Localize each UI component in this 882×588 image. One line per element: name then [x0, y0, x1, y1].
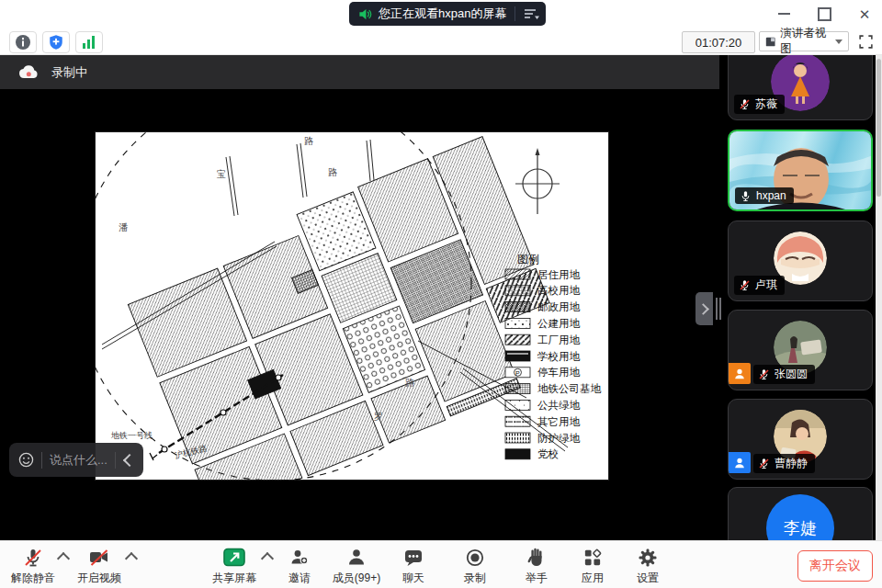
participant-tile-hxpan[interactable]: hxpan [728, 130, 873, 211]
svg-text:地铁公司基地: 地铁公司基地 [537, 383, 602, 394]
svg-text:罗: 罗 [374, 412, 383, 422]
participant-name: 苏薇 [755, 96, 777, 112]
scrollbar-thumb[interactable] [876, 59, 881, 197]
svg-text:邮政用地: 邮政用地 [537, 301, 581, 312]
svg-text:宝: 宝 [217, 169, 226, 179]
participant-tile-lijie[interactable]: 李婕 [728, 487, 873, 540]
chat-divider2 [115, 452, 116, 469]
watching-title: 您正在观看hxpan的屏幕 [379, 6, 506, 22]
chat-divider [41, 452, 42, 469]
parking-symbol: P [515, 370, 520, 377]
fullscreen-button[interactable] [854, 30, 876, 52]
participant-tile-suwei[interactable]: 苏薇 [728, 55, 873, 120]
role-badge-orange [729, 363, 751, 384]
participant-nameplate: 卢琪 [734, 276, 785, 295]
close-button[interactable]: ✕ [854, 4, 875, 24]
shield-plus-icon [48, 34, 64, 51]
participant-nameplate: 曹静静 [753, 454, 815, 473]
info-icon [15, 34, 31, 51]
record-button[interactable]: 录制 [442, 546, 508, 586]
record-label: 录制 [464, 571, 486, 586]
share-screen-label: 共享屏幕 [212, 571, 256, 586]
recording-banner: 录制中 [0, 55, 719, 89]
svg-text:公共绿地: 公共绿地 [537, 400, 581, 411]
speaker-icon [358, 7, 372, 21]
layout-sort-icon[interactable] [524, 6, 540, 21]
mic-on-icon [740, 190, 752, 202]
maximize-icon [818, 7, 831, 21]
participant-name: hxpan [756, 189, 786, 202]
participant-tile-zhangyuanyuan[interactable]: 张圆圆 [728, 310, 873, 390]
svg-text:居住用地: 居住用地 [537, 269, 581, 280]
svg-text:路: 路 [304, 136, 313, 146]
participant-nameplate: hxpan [735, 187, 794, 204]
sidebar-grip-line[interactable] [716, 298, 718, 320]
minimize-icon [778, 13, 790, 15]
meeting-info-button[interactable] [9, 31, 37, 53]
chat-button[interactable]: 聊天 [380, 546, 447, 586]
invite-label: 邀请 [288, 571, 311, 586]
urban-planning-map: 地铁一号线 沪杭铁路 潘 宝 路 路 罗 路 图例 [95, 131, 609, 481]
mic-muted-icon [758, 458, 770, 469]
signal-bars-icon [81, 34, 97, 51]
chat-bubble-icon [402, 547, 424, 569]
minimize-button[interactable] [774, 4, 794, 24]
meeting-timer: 01:07:20 [682, 31, 755, 53]
camera-muted-icon [88, 547, 110, 569]
chevron-left-icon[interactable] [123, 453, 136, 466]
svg-text:路: 路 [405, 378, 414, 388]
svg-text:高校用地: 高校用地 [537, 285, 581, 296]
raise-hand-label: 举手 [526, 571, 548, 586]
invite-person-icon [288, 547, 311, 569]
mic-muted-icon [739, 98, 751, 110]
cloud-recording-icon [18, 65, 39, 79]
shared-map-document: 地铁一号线 沪杭铁路 潘 宝 路 路 罗 路 图例 [95, 131, 609, 481]
participants-sidebar: 苏薇 hxpan [721, 55, 882, 540]
raise-hand-icon [526, 547, 548, 569]
network-quality-button[interactable] [75, 31, 103, 53]
layout-view-icon [765, 36, 775, 48]
participant-name: 曹静静 [775, 456, 808, 471]
svg-text:学校用地: 学校用地 [537, 351, 581, 362]
apps-label: 应用 [582, 571, 604, 586]
svg-text:公建用地: 公建用地 [537, 318, 581, 329]
maximize-button[interactable] [814, 4, 834, 24]
metro-label: 地铁一号线 [110, 431, 153, 440]
unmute-button[interactable]: 解除静音 [0, 546, 66, 586]
chat-input-placeholder[interactable]: 说点什么... [50, 452, 107, 469]
svg-text:停车用地: 停车用地 [537, 367, 581, 378]
security-button[interactable] [42, 31, 70, 53]
settings-label: 设置 [637, 571, 659, 586]
chat-label: 聊天 [402, 571, 424, 586]
quick-chat-bubble[interactable]: 说点什么... [9, 443, 143, 477]
sidebar-scrollbar[interactable] [876, 55, 882, 540]
participant-nameplate: 苏薇 [734, 95, 785, 114]
window-title-bar: 您正在观看hxpan的屏幕 ✕ [0, 0, 882, 28]
share-screen-button[interactable]: 共享屏幕 [201, 546, 267, 586]
person-icon [733, 368, 746, 380]
recording-label: 录制中 [51, 64, 87, 81]
chevron-right-icon [697, 303, 709, 315]
mic-muted-icon [739, 279, 751, 291]
person-icon [733, 457, 746, 469]
share-screen-icon [222, 547, 246, 569]
svg-text:工厂用地: 工厂用地 [537, 334, 581, 345]
participant-tile-luqi[interactable]: 卢琪 [728, 220, 873, 301]
leave-meeting-button[interactable]: 离开会议 [797, 550, 873, 582]
participant-name: 张圆圆 [775, 367, 808, 382]
avatar-text: 李婕 [784, 517, 817, 539]
members-icon [345, 547, 368, 569]
participant-tile-caojingjing[interactable]: 曹静静 [728, 399, 873, 480]
pill-divider [514, 6, 515, 21]
settings-button[interactable]: 设置 [615, 546, 681, 586]
svg-text:路: 路 [328, 167, 337, 177]
fullscreen-icon [858, 34, 874, 50]
svg-text:党校: 党校 [537, 448, 559, 459]
start-video-button[interactable]: 开启视频 [66, 546, 132, 586]
screen-watching-pill[interactable]: 您正在观看hxpan的屏幕 [349, 2, 546, 26]
avatar-initials: 李婕 [766, 494, 834, 540]
view-mode-button[interactable]: 演讲者视图 [759, 31, 849, 51]
participant-name: 卢琪 [755, 277, 777, 293]
emoji-icon[interactable] [18, 452, 34, 468]
sidebar-collapse-handle[interactable] [695, 292, 713, 325]
